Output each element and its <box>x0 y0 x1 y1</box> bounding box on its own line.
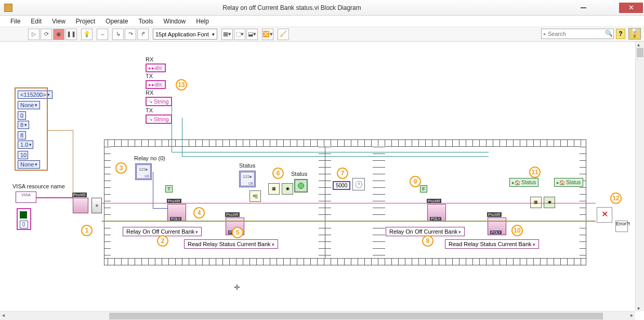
relay-onoff-subvi-2[interactable]: ProXRPOLY <box>427 204 446 222</box>
tx1-indicator[interactable]: ▸abc <box>146 80 166 89</box>
close-button[interactable]: ✕ <box>619 3 643 13</box>
callout-9: 9 <box>410 176 421 187</box>
block-diagram-canvas[interactable]: <115200> None 0 8 8 1.0 10 None VISA res… <box>0 42 635 311</box>
true-constant[interactable]: T <box>165 185 173 193</box>
menu-project[interactable]: Project <box>72 17 99 26</box>
index-array-func[interactable]: ▦ <box>268 183 280 195</box>
callout-10: 10 <box>511 225 523 236</box>
rx2-label: RX <box>146 89 153 96</box>
string1-constant[interactable]: String <box>146 97 172 106</box>
polysel-read-status-2[interactable]: Read Relay Status Current Bank <box>445 239 539 249</box>
distribute-button[interactable]: ⬚▾ <box>234 29 245 40</box>
wait-ms-constant[interactable]: 5000 <box>333 181 350 190</box>
callout-3: 3 <box>115 162 127 174</box>
status-local-var-2[interactable]: Status <box>554 178 583 187</box>
resize-button[interactable]: ⬓▾ <box>246 29 258 40</box>
maximize-button[interactable] <box>595 3 619 13</box>
align-button[interactable]: ▦▾ <box>221 29 233 40</box>
bool-to-led-func[interactable]: ◉ <box>282 183 293 195</box>
run-button[interactable]: ▷ <box>28 29 40 40</box>
rx1-label: RX <box>146 56 153 62</box>
status-ctrl-label: Status <box>239 162 255 169</box>
menu-tools[interactable]: Tools <box>135 17 157 26</box>
run-continuous-button[interactable]: ⟳ <box>41 29 52 40</box>
visa-resource-control[interactable]: VISA <box>16 191 36 203</box>
status-local-var-1[interactable]: Status <box>509 178 538 187</box>
menubar: File Edit View Project Operate Tools Win… <box>0 16 644 27</box>
vertical-scrollbar[interactable] <box>635 42 644 311</box>
search-icon[interactable]: 🔍 <box>605 30 613 38</box>
visa-resource-label: VISA resource name <box>12 183 65 189</box>
callout-1: 1 <box>81 225 93 236</box>
minimize-button[interactable] <box>571 3 595 13</box>
visa-close-subvi[interactable]: ✕ <box>597 207 612 223</box>
relayno-control[interactable]: 123▸ <box>135 163 152 180</box>
abort-button[interactable]: ◉ <box>53 29 64 40</box>
visa-open-subvi[interactable]: ProXR <box>73 198 88 213</box>
menu-help[interactable]: Help <box>192 17 213 26</box>
callout-13: 13 <box>176 79 187 91</box>
hscroll-thumb[interactable] <box>109 313 603 319</box>
callout-12: 12 <box>610 193 622 204</box>
polysel-relay-onoff-2[interactable]: Relay On Off Current Bank <box>386 227 465 236</box>
context-help-icon[interactable]: 📊2 <box>628 28 641 40</box>
polysel-read-status-1[interactable]: Read Relay Status Current Bank <box>184 239 278 249</box>
titlebar: Relay on off Current Bank status.vi Bloc… <box>0 0 644 16</box>
app-icon <box>4 4 12 12</box>
vscroll-thumb[interactable] <box>637 48 643 57</box>
callout-7: 7 <box>337 168 348 179</box>
font-select[interactable]: 15pt Application Font <box>153 29 217 40</box>
status-indicator[interactable] <box>294 179 308 193</box>
callout-4: 4 <box>193 207 205 219</box>
callout-11: 11 <box>529 167 541 178</box>
cursor-crosshair-icon: ✛ <box>234 283 240 291</box>
rx1-indicator[interactable]: ▸abc <box>146 63 166 72</box>
callout-5: 5 <box>232 227 243 238</box>
index-array-func-2[interactable]: ▦ <box>530 197 542 208</box>
search-box[interactable]: ▸ 🔍 <box>541 29 614 39</box>
status-numeric-control[interactable]: 123▸ <box>239 171 256 187</box>
menu-file[interactable]: File <box>6 17 24 26</box>
search-input[interactable] <box>548 31 605 37</box>
build-array-func[interactable]: #[] <box>249 190 261 202</box>
false-constant[interactable]: F <box>420 185 427 193</box>
callout-2: 2 <box>157 235 168 247</box>
step-into-button[interactable]: ↳ <box>112 29 124 40</box>
step-out-button[interactable]: ↱ <box>137 29 149 40</box>
menu-window[interactable]: Window <box>160 17 190 26</box>
reorder-button[interactable]: 🔀▾ <box>262 29 273 40</box>
string2-constant[interactable]: String <box>146 114 172 124</box>
highlight-exec-button[interactable]: 💡 <box>81 29 93 40</box>
horizontal-scrollbar[interactable] <box>0 311 635 320</box>
callout-8: 8 <box>422 235 433 247</box>
help-button[interactable]: ? <box>616 29 625 39</box>
tx2-label: TX <box>146 107 153 113</box>
wait-ms-function[interactable] <box>352 178 365 190</box>
toolbar: ▷ ⟳ ◉ ❚❚ 💡 ⎓ ↳ ↷ ↱ 15pt Application Font… <box>0 27 644 42</box>
tx1-label: TX <box>146 73 153 79</box>
simple-error-handler[interactable]: Error?! <box>615 221 628 232</box>
status-ind-label: Status <box>291 171 307 177</box>
relayno-label: Relay no (0) <box>134 155 165 161</box>
window-title: Relay on off Current Bank status.vi Bloc… <box>12 4 571 11</box>
cleanup-button[interactable]: 🧹 <box>278 29 289 40</box>
menu-view[interactable]: View <box>48 17 70 26</box>
step-over-button[interactable]: ↷ <box>125 29 136 40</box>
visa-config-func[interactable]: ✳ <box>91 198 102 213</box>
bool-convert-func-2[interactable]: ◉ <box>544 197 555 208</box>
menu-edit[interactable]: Edit <box>27 17 46 26</box>
pause-button[interactable]: ❚❚ <box>65 29 77 40</box>
retain-wire-button[interactable]: ⎓ <box>97 29 108 40</box>
menu-operate[interactable]: Operate <box>101 17 132 26</box>
callout-6: 6 <box>272 168 284 179</box>
relay-onoff-subvi-1[interactable]: ProXRPOLY <box>167 204 186 222</box>
